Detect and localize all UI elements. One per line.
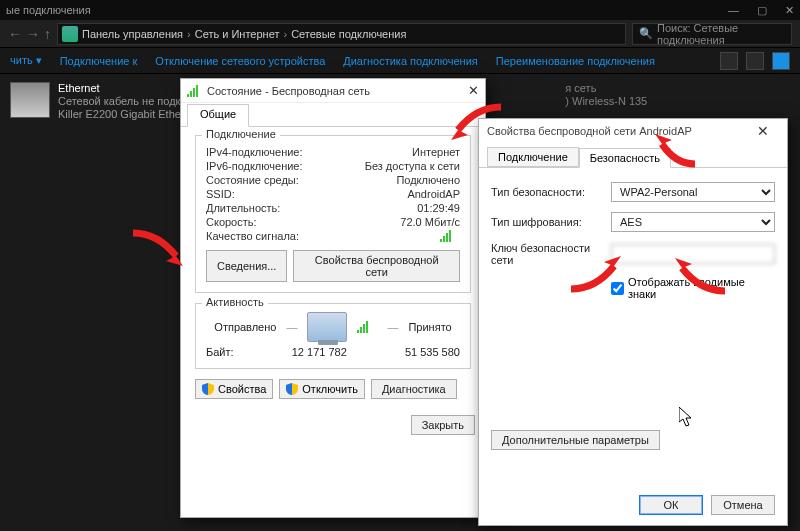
signal-icon xyxy=(187,85,201,97)
speed-value: 72.0 Мбит/с xyxy=(400,216,460,228)
properties-window-title: Свойства беспроводной сети AndroidAP xyxy=(487,125,692,137)
cancel-button[interactable]: Отмена xyxy=(711,495,775,515)
search-icon: 🔍 xyxy=(639,27,653,40)
breadcrumb-level1[interactable]: Сеть и Интернет xyxy=(195,28,280,40)
tab-connection[interactable]: Подключение xyxy=(487,147,579,167)
breadcrumb[interactable]: Панель управления › Сеть и Интернет › Се… xyxy=(57,23,626,45)
adapter-partial-name: я сеть xyxy=(565,82,647,95)
address-bar: ← → ↑ Панель управления › Сеть и Интерне… xyxy=(0,20,800,48)
disable-button[interactable]: Отключить xyxy=(279,379,365,399)
ipv6-value: Без доступа к сети xyxy=(365,160,460,172)
ssid-label: SSID: xyxy=(206,188,235,200)
activity-legend: Активность xyxy=(202,296,268,308)
toolbar-rename[interactable]: Переименование подключения xyxy=(496,55,655,67)
breadcrumb-root[interactable]: Панель управления xyxy=(82,28,183,40)
duration-value: 01:29:49 xyxy=(417,202,460,214)
received-label: Принято xyxy=(408,321,451,333)
annotation-arrow xyxy=(128,228,188,268)
status-close-icon[interactable]: ✕ xyxy=(468,83,479,98)
wifi-properties-button[interactable]: Свойства беспроводной сети xyxy=(293,250,460,282)
nav-forward-icon: → xyxy=(26,26,40,42)
security-key-input[interactable] xyxy=(611,244,775,264)
ipv4-value: Интернет xyxy=(412,146,460,158)
advanced-button[interactable]: Дополнительные параметры xyxy=(491,430,660,450)
toolbar: чить ▾ Подключение к Отключение сетевого… xyxy=(0,48,800,74)
shield-icon xyxy=(286,383,298,395)
window-title: ые подключения xyxy=(6,4,91,16)
layout-icon[interactable] xyxy=(746,52,764,70)
breadcrumb-level2[interactable]: Сетевые подключения xyxy=(291,28,406,40)
help-icon[interactable] xyxy=(772,52,790,70)
activity-computer-icon xyxy=(307,312,347,342)
properties-window: Свойства беспроводной сети AndroidAP ✕ П… xyxy=(478,118,788,526)
security-type-select[interactable]: WPA2-Personal xyxy=(611,182,775,202)
ethernet-icon xyxy=(10,82,50,118)
status-window-title: Состояние - Беспроводная сеть xyxy=(207,85,370,97)
show-chars-label: Отображать вводимые знаки xyxy=(628,276,775,300)
properties-window-titlebar[interactable]: Свойства беспроводной сети AndroidAP ✕ xyxy=(479,119,787,143)
properties-button[interactable]: Свойства xyxy=(195,379,273,399)
adapter-partial-device: ) Wireless-N 135 xyxy=(565,95,647,108)
adapter-wifi-partial[interactable]: я сеть ) Wireless-N 135 xyxy=(565,82,647,121)
toolbar-diagnose[interactable]: Диагностика подключения xyxy=(343,55,477,67)
maximize-icon[interactable]: ▢ xyxy=(757,4,767,17)
encryption-type-label: Тип шифрования: xyxy=(491,216,611,228)
tab-security[interactable]: Безопасность xyxy=(579,148,671,168)
security-type-label: Тип безопасности: xyxy=(491,186,611,198)
toolbar-disable[interactable]: Отключение сетевого устройства xyxy=(155,55,325,67)
media-label: Состояние среды: xyxy=(206,174,299,186)
control-panel-icon xyxy=(62,26,78,42)
speed-label: Скорость: xyxy=(206,216,257,228)
window-titlebar: ые подключения — ▢ ✕ xyxy=(0,0,800,20)
connection-legend: Подключение xyxy=(202,128,280,140)
quality-value xyxy=(440,230,460,244)
disable-label: Отключить xyxy=(302,383,358,395)
status-window: Состояние - Беспроводная сеть ✕ Общие По… xyxy=(180,78,486,518)
ipv6-label: IPv6-подключение: xyxy=(206,160,303,172)
cursor-icon xyxy=(679,407,693,427)
search-input[interactable]: 🔍 Поиск: Сетевые подключения xyxy=(632,23,792,45)
shield-icon xyxy=(202,383,214,395)
activity-group: Активность Отправлено — — Принято Байт: … xyxy=(195,303,471,369)
nav-up-icon[interactable]: ↑ xyxy=(44,26,51,42)
view-icon[interactable] xyxy=(720,52,738,70)
details-button[interactable]: Сведения... xyxy=(206,250,287,282)
bytes-sent: 12 171 782 xyxy=(292,346,347,358)
sent-label: Отправлено xyxy=(214,321,276,333)
ipv4-label: IPv4-подключение: xyxy=(206,146,303,158)
activity-signal-icon xyxy=(357,321,371,333)
tab-general[interactable]: Общие xyxy=(187,104,249,127)
diagnose-button[interactable]: Диагностика xyxy=(371,379,457,399)
quality-label: Качество сигнала: xyxy=(206,230,299,244)
ok-button[interactable]: ОК xyxy=(639,495,703,515)
bytes-label: Байт: xyxy=(206,346,234,358)
toolbar-connect[interactable]: Подключение к xyxy=(60,55,138,67)
minimize-icon[interactable]: — xyxy=(728,4,739,17)
close-icon[interactable]: ✕ xyxy=(785,4,794,17)
search-placeholder: Поиск: Сетевые подключения xyxy=(657,22,785,46)
show-chars-checkbox[interactable] xyxy=(611,282,624,295)
connection-group: Подключение IPv4-подключение:Интернет IP… xyxy=(195,135,471,293)
encryption-type-select[interactable]: AES xyxy=(611,212,775,232)
bytes-received: 51 535 580 xyxy=(405,346,460,358)
close-button[interactable]: Закрыть xyxy=(411,415,475,435)
status-window-titlebar[interactable]: Состояние - Беспроводная сеть ✕ xyxy=(181,79,485,103)
properties-close-icon[interactable]: ✕ xyxy=(747,123,779,139)
ssid-value: AndroidAP xyxy=(407,188,460,200)
security-key-label: Ключ безопасности сети xyxy=(491,242,611,266)
properties-label: Свойства xyxy=(218,383,266,395)
media-value: Подключено xyxy=(396,174,460,186)
nav-back-icon[interactable]: ← xyxy=(8,26,22,42)
window-controls: — ▢ ✕ xyxy=(728,4,794,17)
toolbar-tip[interactable]: чить ▾ xyxy=(10,54,42,67)
duration-label: Длительность: xyxy=(206,202,280,214)
